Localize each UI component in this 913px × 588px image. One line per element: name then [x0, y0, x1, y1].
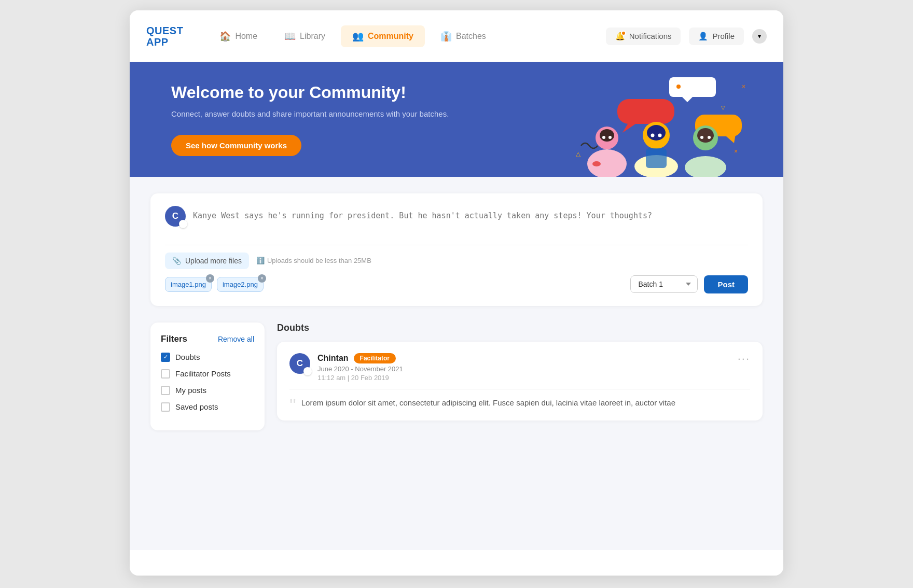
file-chip-1: image1.png × [165, 277, 212, 292]
nav-item-batches[interactable]: 👔 Batches [429, 25, 497, 47]
hero-illustration: × ▽ × △ × [565, 73, 752, 177]
two-col-layout: Filters Remove all ✓ Doubts Facilitator … [150, 323, 763, 430]
upload-files-button[interactable]: 📎 Upload more files [165, 253, 249, 269]
paperclip-icon: 📎 [172, 257, 181, 265]
post-actions-row: 📎 Upload more files ℹ️ Uploads should be… [165, 253, 748, 269]
post-input-row: C ✏ [165, 206, 748, 237]
svg-text:×: × [734, 148, 738, 155]
post-text: " Lorem ipsum dolor sit amet, consectetu… [289, 397, 750, 409]
nav-item-community[interactable]: 👥 Community [341, 25, 425, 47]
main-nav: 🏠 Home 📖 Library 👥 Community 👔 Batches [208, 25, 605, 47]
file-chip-2: image2.png × [217, 277, 264, 292]
facilitator-badge: Facilitator [354, 353, 396, 363]
hero-content: Welcome to your Community! Connect, answ… [171, 83, 449, 156]
filter-item-saved[interactable]: Saved posts [161, 402, 254, 412]
section-title: Doubts [277, 323, 763, 333]
svg-point-19 [647, 125, 666, 141]
doubts-checkbox[interactable]: ✓ [161, 353, 170, 362]
saved-posts-checkbox[interactable] [161, 402, 170, 412]
filters-title: Filters [161, 334, 187, 344]
post-divider [165, 245, 748, 245]
notifications-button[interactable]: 🔔 Notifications [606, 27, 681, 45]
profile-icon: 👤 [698, 32, 708, 41]
file-chips: image1.png × image2.png × [165, 277, 624, 292]
svg-point-7 [676, 85, 681, 89]
post-box: C ✏ 📎 Upload more files ℹ️ Uploads shoul… [150, 193, 763, 306]
facilitator-checkbox[interactable] [161, 369, 170, 379]
post-card-header: C ✏ Chintan Facilitator June 2020 - Nove… [289, 353, 750, 382]
notification-dot [621, 31, 626, 36]
nav-item-home[interactable]: 🏠 Home [208, 25, 269, 47]
svg-rect-8 [617, 99, 674, 124]
info-icon: ℹ️ [256, 257, 265, 264]
batch-select[interactable]: Batch 1 Batch 2 Batch 3 [630, 275, 698, 293]
remove-file-1-button[interactable]: × [206, 274, 214, 283]
quote-icon: " [289, 397, 296, 415]
remove-file-2-button[interactable]: × [258, 274, 266, 283]
hero-banner: Welcome to your Community! Connect, answ… [130, 62, 783, 177]
svg-point-28 [592, 161, 601, 166]
post-card-0: C ✏ Chintan Facilitator June 2020 - Nove… [277, 342, 763, 421]
post-input-field[interactable] [193, 206, 748, 237]
main-content: C ✏ 📎 Upload more files ℹ️ Uploads shoul… [130, 177, 783, 550]
filter-header: Filters Remove all [161, 334, 254, 344]
svg-marker-6 [682, 97, 693, 102]
post-right-controls: Batch 1 Batch 2 Batch 3 Post [630, 275, 748, 293]
svg-rect-22 [646, 148, 667, 168]
nav-item-library[interactable]: 📖 Library [273, 25, 337, 47]
svg-text:×: × [742, 83, 745, 90]
upload-hint: ℹ️ Uploads should be less than 25MB [256, 257, 371, 264]
dropdown-arrow-button[interactable]: ▾ [752, 29, 767, 44]
see-how-button[interactable]: See how Community works [171, 135, 301, 156]
library-icon: 📖 [284, 31, 296, 42]
post-time: 11:12 am | 20 Feb 2019 [317, 374, 730, 382]
app-logo: QUEST APP [146, 25, 183, 48]
svg-point-14 [600, 129, 614, 142]
bell-icon-wrap: 🔔 [615, 32, 625, 41]
svg-marker-9 [622, 124, 635, 133]
filters-sidebar: Filters Remove all ✓ Doubts Facilitator … [150, 323, 265, 430]
header-right: 🔔 Notifications 👤 Profile ▾ [606, 27, 767, 45]
svg-point-15 [602, 136, 605, 139]
post-user-info: Chintan Facilitator June 2020 - November… [317, 353, 730, 382]
filter-item-facilitator[interactable]: Facilitator Posts [161, 369, 254, 379]
remove-all-button[interactable]: Remove all [218, 335, 254, 343]
batches-icon: 👔 [440, 31, 452, 42]
header: QUEST APP 🏠 Home 📖 Library 👥 Community 👔… [130, 10, 783, 62]
profile-button[interactable]: 👤 Profile [689, 27, 744, 45]
post-username: Chintan [317, 354, 349, 363]
svg-point-23 [685, 156, 726, 177]
svg-point-25 [697, 128, 714, 143]
post-avatar: C ✏ [165, 206, 186, 227]
post-user-row: Chintan Facilitator [317, 353, 730, 363]
filter-card: Filters Remove all ✓ Doubts Facilitator … [150, 323, 265, 430]
app-window: QUEST APP 🏠 Home 📖 Library 👥 Community 👔… [130, 10, 783, 576]
svg-point-21 [658, 133, 662, 137]
my-posts-checkbox[interactable] [161, 386, 170, 395]
svg-point-26 [700, 136, 703, 139]
avatar-edit-icon: ✏ [303, 367, 312, 375]
svg-text:▽: ▽ [721, 105, 725, 110]
post-card-avatar: C ✏ [289, 353, 310, 374]
avatar-edit-icon: ✏ [179, 220, 187, 228]
svg-point-16 [608, 136, 612, 139]
feed-column: Doubts C ✏ Chintan Facilitator June 2 [277, 323, 763, 430]
post-menu-button[interactable]: ··· [738, 353, 750, 365]
file-and-post-row: image1.png × image2.png × Batch 1 Batch … [165, 275, 748, 293]
home-icon: 🏠 [219, 31, 231, 42]
filter-item-doubts[interactable]: ✓ Doubts [161, 353, 254, 362]
svg-point-27 [708, 136, 711, 139]
post-card-divider [289, 389, 750, 389]
svg-text:△: △ [576, 150, 581, 158]
post-date-range: June 2020 - November 2021 [317, 365, 730, 373]
post-button[interactable]: Post [704, 275, 748, 293]
svg-point-20 [651, 133, 655, 137]
svg-rect-5 [669, 77, 716, 97]
hero-title: Welcome to your Community! [171, 83, 449, 102]
hero-subtitle: Connect, answer doubts and share importa… [171, 108, 449, 120]
community-icon: 👥 [352, 31, 364, 42]
filter-item-my-posts[interactable]: My posts [161, 386, 254, 395]
